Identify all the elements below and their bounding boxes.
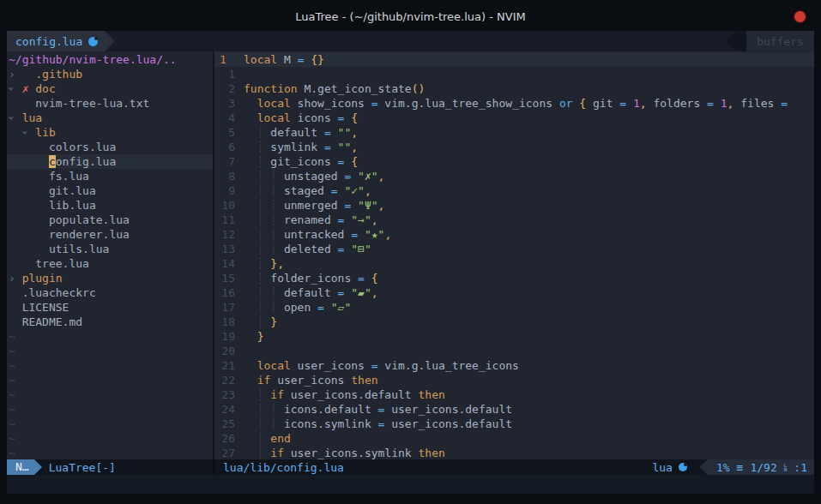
code-line[interactable]: 7 ┊ git_icons = { xyxy=(214,154,814,169)
tree-item-label: nvim-tree-lua.txt xyxy=(35,97,149,110)
code-line[interactable]: 18 ┊ } xyxy=(214,315,814,329)
tree-statusline-label: LuaTree[-] xyxy=(49,461,116,474)
window-title: LuaTree - (~/github/nvim-tree.lua) - NVI… xyxy=(0,10,821,23)
code-line-text: ┊ }, xyxy=(244,256,814,271)
tree-item[interactable]: fs.lua xyxy=(7,169,213,183)
tree-item-label: .luacheckrc xyxy=(22,286,96,299)
git-unstaged-icon: ✗ xyxy=(22,81,29,96)
code-line[interactable]: 20 xyxy=(214,344,814,358)
code-line-text: local user_icons = vim.g.lua_tree_icons xyxy=(244,358,814,373)
tree-item[interactable]: ›lua xyxy=(7,111,213,125)
code-line[interactable]: 21 local user_icons = vim.g.lua_tree_ico… xyxy=(214,358,814,373)
code-line[interactable]: 13 ┊ ┊ deleted = "⊟" xyxy=(214,242,814,256)
tree-item[interactable]: ›✗doc xyxy=(7,81,213,96)
tree-item[interactable]: config.lua xyxy=(7,154,213,169)
code-line[interactable]: 12 ┊ ┊ untracked = "★", xyxy=(214,227,814,242)
empty-line-tilde: ~ xyxy=(7,358,213,373)
code-line[interactable]: 9 ┊ ┊ staged = "✓", xyxy=(214,183,814,198)
code-line[interactable]: 27 ┊ if user_icons.symlink then xyxy=(214,446,814,459)
code-line[interactable]: 25 ┊ ┊ icons.symlink = user_icons.defaul… xyxy=(214,417,814,431)
indent xyxy=(9,296,22,297)
tree-item[interactable]: ›lib xyxy=(7,125,213,140)
scroll-percent: 1% xyxy=(716,461,730,474)
chevron-right-icon[interactable]: › xyxy=(9,271,15,285)
tree-item[interactable]: tree.lua xyxy=(7,256,213,271)
code-line[interactable]: 1 xyxy=(214,67,814,81)
code-line-text: ┊ ┊ icons.default = user_icons.default xyxy=(244,402,814,417)
tree-item[interactable]: lib.lua xyxy=(7,198,213,213)
code-line[interactable]: 6 ┊ symlink = "", xyxy=(214,140,814,154)
line-number: 7 xyxy=(214,154,244,169)
tree-item[interactable]: .luacheckrc xyxy=(7,285,213,300)
filetype-label: lua xyxy=(652,461,672,474)
lua-moon-icon xyxy=(88,37,98,46)
code-editor[interactable]: 1local M = {}12function M.get_icon_state… xyxy=(214,51,814,459)
tree-item[interactable]: populate.lua xyxy=(7,213,213,227)
code-line-text: ┊ ┊ open = "▱" xyxy=(244,300,814,315)
code-line[interactable]: 26 ┊ end xyxy=(214,431,814,446)
tab-config-lua[interactable]: config.lua xyxy=(7,31,105,51)
buffers-label: buffers xyxy=(757,35,804,48)
code-line[interactable]: 10 ┊ ┊ unmerged = "Ψ", xyxy=(214,198,814,213)
code-line[interactable]: 17 ┊ ┊ open = "▱" xyxy=(214,300,814,315)
code-line-text: ┊ ┊ untracked = "★", xyxy=(244,227,814,242)
indent xyxy=(9,194,49,195)
line-number: 20 xyxy=(214,344,244,358)
chevron-right-icon[interactable]: › xyxy=(9,67,15,81)
tabline: config.lua buffers xyxy=(7,31,814,51)
code-line[interactable]: 2function M.get_icon_state() xyxy=(214,81,814,96)
indent xyxy=(9,179,49,180)
tree-item[interactable]: ›plugin xyxy=(7,271,213,285)
code-line[interactable]: 16 ┊ ┊ default = "▰", xyxy=(214,285,814,300)
tree-item[interactable]: LICENSE xyxy=(7,300,213,315)
code-line[interactable]: 15 ┊ folder_icons = { xyxy=(214,271,814,285)
tree-item[interactable]: renderer.lua xyxy=(7,227,213,242)
mode-arrow-separator xyxy=(34,459,42,475)
line-number: 23 xyxy=(214,387,244,402)
chevron-down-icon[interactable]: › xyxy=(18,129,33,136)
tree-item-label: lib xyxy=(35,126,55,139)
code-line[interactable]: 11 ┊ ┊ renamed = "→", xyxy=(214,213,814,227)
line-number: 18 xyxy=(214,315,244,329)
code-line[interactable]: 14 ┊ }, xyxy=(214,256,814,271)
tree-item[interactable]: README.md xyxy=(7,315,213,329)
tree-item[interactable]: ›.github xyxy=(7,67,213,81)
code-line-text: ┊ folder_icons = { xyxy=(244,271,814,285)
chevron-down-icon[interactable]: › xyxy=(7,86,19,93)
tree-item[interactable]: utils.lua xyxy=(7,242,213,256)
code-line-text: function M.get_icon_state() xyxy=(244,81,814,96)
close-button[interactable] xyxy=(794,11,806,22)
buffers-segment[interactable]: buffers xyxy=(746,31,814,51)
code-line[interactable]: 23 ┊ if user_icons.default then xyxy=(214,387,814,402)
tree-item[interactable]: colors.lua xyxy=(7,140,213,154)
statusline-tree-window: N… LuaTree[-] xyxy=(7,459,214,475)
line-number: 10 xyxy=(214,198,244,213)
code-line[interactable]: 24 ┊ ┊ icons.default = user_icons.defaul… xyxy=(214,402,814,417)
tabline-fill xyxy=(115,31,726,51)
tree-item[interactable]: git.lua xyxy=(7,183,213,198)
code-line[interactable]: 5 ┊ default = "", xyxy=(214,125,814,140)
line-number: 26 xyxy=(214,431,244,446)
chevron-down-icon[interactable]: › xyxy=(7,115,19,122)
tree-item[interactable]: nvim-tree-lua.txt xyxy=(7,96,213,111)
code-line[interactable]: 8 ┊ ┊ unstaged = "✗", xyxy=(214,169,814,183)
code-line-text: ┊ git_icons = { xyxy=(244,154,814,169)
code-line-text: } xyxy=(244,329,814,344)
tree-item-label: populate.lua xyxy=(49,213,130,226)
code-line[interactable]: 22 if user_icons then xyxy=(214,373,814,387)
empty-line-tilde: ~ xyxy=(7,402,213,417)
code-line[interactable]: 3 local show_icons = vim.g.lua_tree_show… xyxy=(214,96,814,111)
code-line[interactable]: 4 local icons = { xyxy=(214,111,814,125)
code-line[interactable]: 19 } xyxy=(214,329,814,344)
indent xyxy=(9,150,49,151)
command-line[interactable] xyxy=(7,475,814,494)
main-content: ~/github/nvim-tree.lua/..›.github›✗docnv… xyxy=(7,51,814,459)
line-number: 17 xyxy=(214,300,244,315)
tree-item-label: LICENSE xyxy=(22,301,69,314)
file-tree: ~/github/nvim-tree.lua/..›.github›✗docnv… xyxy=(7,51,214,459)
indent xyxy=(9,310,22,311)
code-line[interactable]: 1local M = {} xyxy=(214,52,814,67)
empty-line-tilde: ~ xyxy=(7,329,213,344)
code-line-text xyxy=(244,67,814,81)
tree-item[interactable]: ~/github/nvim-tree.lua/.. xyxy=(7,52,213,67)
